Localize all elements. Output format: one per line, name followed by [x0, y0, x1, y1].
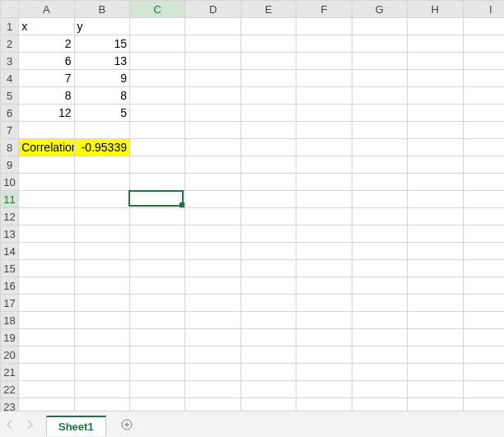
cell-E15[interactable]	[240, 260, 296, 277]
row-header-7[interactable]: 7	[1, 122, 19, 139]
cell-G6[interactable]	[352, 105, 407, 122]
column-header-A[interactable]: A	[19, 1, 74, 18]
row-header-22[interactable]: 22	[1, 381, 19, 398]
cell-C12[interactable]	[129, 208, 184, 225]
cell-B3[interactable]: 13	[74, 53, 129, 70]
cell-I3[interactable]	[463, 53, 504, 70]
cell-D10[interactable]	[185, 174, 240, 191]
tab-nav-prev[interactable]	[2, 416, 18, 434]
cell-A4[interactable]: 7	[19, 70, 74, 87]
row-header-9[interactable]: 9	[1, 156, 19, 174]
cell-F18[interactable]	[296, 312, 352, 329]
cell-I1[interactable]	[463, 18, 504, 35]
cell-C23[interactable]	[129, 398, 184, 411]
cell-D1[interactable]	[185, 18, 240, 35]
cell-E18[interactable]	[240, 312, 296, 329]
cell-G10[interactable]	[352, 174, 407, 191]
cell-F21[interactable]	[296, 364, 352, 381]
cell-D2[interactable]	[185, 35, 240, 53]
cell-D12[interactable]	[185, 208, 240, 225]
cell-F20[interactable]	[296, 346, 352, 364]
cell-H10[interactable]	[408, 174, 463, 191]
cell-F19[interactable]	[296, 329, 352, 346]
cell-I14[interactable]	[463, 243, 504, 260]
worksheet-area[interactable]: ABCDEFGHI1xy22153613479588612578Correlat…	[0, 0, 504, 411]
column-header-F[interactable]: F	[296, 1, 352, 18]
cell-E4[interactable]	[240, 70, 296, 87]
cell-C17[interactable]	[129, 295, 184, 312]
cell-B12[interactable]	[74, 208, 129, 225]
tab-nav-next[interactable]	[21, 416, 38, 434]
cell-D13[interactable]	[185, 225, 240, 243]
cell-F2[interactable]	[296, 35, 352, 53]
cell-F17[interactable]	[296, 295, 352, 312]
cell-C5[interactable]	[129, 87, 184, 105]
cell-I11[interactable]	[463, 191, 504, 208]
cell-I12[interactable]	[463, 208, 504, 225]
cell-E20[interactable]	[240, 346, 296, 364]
row-header-10[interactable]: 10	[1, 174, 19, 191]
row-header-19[interactable]: 19	[1, 329, 19, 346]
cell-H12[interactable]	[408, 208, 463, 225]
cell-G19[interactable]	[352, 329, 407, 346]
cell-I13[interactable]	[463, 225, 504, 243]
cell-C22[interactable]	[129, 381, 184, 398]
row-header-18[interactable]: 18	[1, 312, 19, 329]
cell-H9[interactable]	[408, 156, 463, 174]
cell-G16[interactable]	[352, 277, 407, 295]
cell-I7[interactable]	[463, 122, 504, 139]
cell-A15[interactable]	[19, 260, 74, 277]
cell-I19[interactable]	[463, 329, 504, 346]
cell-H23[interactable]	[408, 398, 463, 411]
cell-C2[interactable]	[129, 35, 184, 53]
cell-E7[interactable]	[240, 122, 296, 139]
row-header-17[interactable]: 17	[1, 295, 19, 312]
row-header-2[interactable]: 2	[1, 35, 19, 53]
cell-B1[interactable]: y	[74, 18, 129, 35]
cell-G1[interactable]	[352, 18, 407, 35]
cell-E12[interactable]	[240, 208, 296, 225]
cell-I10[interactable]	[463, 174, 504, 191]
cell-F8[interactable]	[296, 139, 352, 156]
cell-G17[interactable]	[352, 295, 407, 312]
cell-H7[interactable]	[408, 122, 463, 139]
cell-F22[interactable]	[296, 381, 352, 398]
cell-H15[interactable]	[408, 260, 463, 277]
column-header-G[interactable]: G	[352, 1, 407, 18]
row-header-23[interactable]: 23	[1, 398, 19, 411]
cell-C10[interactable]	[129, 174, 184, 191]
cell-H3[interactable]	[408, 53, 463, 70]
cell-E16[interactable]	[240, 277, 296, 295]
row-header-20[interactable]: 20	[1, 346, 19, 364]
cell-G2[interactable]	[352, 35, 407, 53]
cell-H14[interactable]	[408, 243, 463, 260]
cell-C19[interactable]	[129, 329, 184, 346]
cell-G15[interactable]	[352, 260, 407, 277]
cell-A16[interactable]	[19, 277, 74, 295]
cell-H21[interactable]	[408, 364, 463, 381]
cell-C9[interactable]	[129, 156, 184, 174]
cell-G4[interactable]	[352, 70, 407, 87]
cell-A8[interactable]: Correlation	[19, 139, 74, 156]
cell-I17[interactable]	[463, 295, 504, 312]
column-header-E[interactable]: E	[240, 1, 296, 18]
cell-C20[interactable]	[129, 346, 184, 364]
cell-C3[interactable]	[129, 53, 184, 70]
cell-D15[interactable]	[185, 260, 240, 277]
cell-E11[interactable]	[240, 191, 296, 208]
cell-G7[interactable]	[352, 122, 407, 139]
cell-D8[interactable]	[185, 139, 240, 156]
cell-I22[interactable]	[463, 381, 504, 398]
cell-B19[interactable]	[74, 329, 129, 346]
cell-I9[interactable]	[463, 156, 504, 174]
cell-D6[interactable]	[185, 105, 240, 122]
cell-G20[interactable]	[352, 346, 407, 364]
cell-F1[interactable]	[296, 18, 352, 35]
cell-B11[interactable]	[74, 191, 129, 208]
row-header-8[interactable]: 8	[1, 139, 19, 156]
cell-E1[interactable]	[240, 18, 296, 35]
cell-E21[interactable]	[240, 364, 296, 381]
cell-B5[interactable]: 8	[74, 87, 129, 105]
cell-I2[interactable]	[463, 35, 504, 53]
cell-C4[interactable]	[129, 70, 184, 87]
